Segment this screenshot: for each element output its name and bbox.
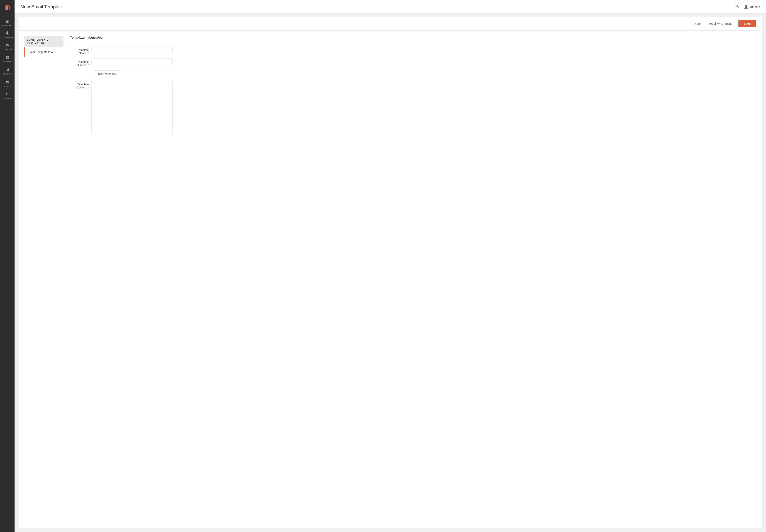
preview-label: Preview Template	[709, 22, 732, 25]
svg-rect-5	[7, 57, 9, 59]
sidebar: ⊞ DASHBOARD CUSTOMERS MARKETING CONTENT	[0, 0, 15, 532]
template-content-input[interactable]	[91, 81, 172, 134]
template-subject-required: *	[88, 63, 89, 67]
svg-rect-8	[8, 69, 9, 71]
magento-logo-icon	[3, 4, 11, 12]
template-name-label: Template Name *	[70, 47, 91, 55]
insert-variable-container: Insert Variable...	[70, 71, 757, 81]
dashboard-icon: ⊞	[6, 19, 9, 23]
marketing-icon	[5, 43, 9, 48]
sidebar-item-stores-label: STORES	[4, 85, 11, 87]
sidebar-item-dashboard-label: DASHBOARD	[1, 24, 13, 26]
insert-variable-label: Insert Variable...	[97, 72, 117, 75]
sidebar-item-content[interactable]: CONTENT	[0, 53, 15, 65]
preview-template-button[interactable]: Preview Template	[707, 21, 734, 27]
template-subject-input[interactable]	[91, 59, 172, 65]
sidebar-nav: ⊞ DASHBOARD CUSTOMERS MARKETING CONTENT	[0, 17, 15, 101]
search-button[interactable]	[734, 3, 740, 10]
svg-rect-6	[6, 70, 6, 71]
sidebar-item-customers-label: CUSTOMERS	[1, 37, 13, 38]
template-name-row: Template Name *	[70, 47, 757, 55]
form-area: Template Information Template Name * Tem…	[70, 36, 757, 138]
sidebar-item-system-label: SYSTEM	[4, 97, 11, 99]
system-icon	[5, 92, 9, 96]
form-section-title: Template Information	[70, 36, 757, 42]
stores-icon	[5, 80, 9, 84]
template-content-label: Template Content *	[70, 81, 91, 89]
sidebar-item-content-label: CONTENT	[3, 61, 12, 63]
reports-icon	[5, 68, 9, 72]
steps-panel: EMAIL TEMPLATE INFORMATION Email Templat…	[24, 36, 63, 138]
insert-variable-button[interactable]: Insert Variable...	[94, 71, 121, 77]
step-item-label: Email Template Info	[28, 50, 53, 54]
save-button[interactable]: Save	[738, 20, 756, 27]
user-icon	[744, 5, 748, 9]
toolbar: ← Back Preview Template Save	[19, 17, 762, 31]
template-content-required: *	[88, 86, 89, 89]
page-content-area: EMAIL TEMPLATE INFORMATION Email Templat…	[19, 31, 762, 528]
svg-rect-2	[6, 56, 7, 57]
save-label: Save	[744, 22, 751, 25]
user-name: admin	[750, 5, 758, 9]
search-icon	[735, 4, 739, 8]
sidebar-logo	[0, 0, 15, 15]
step-item-email-template-info[interactable]: Email Template Info	[24, 47, 63, 57]
svg-marker-1	[6, 6, 8, 10]
sidebar-item-customers[interactable]: CUSTOMERS	[0, 28, 15, 41]
back-button[interactable]: ← Back	[688, 21, 703, 27]
template-subject-label: Template Subject *	[70, 59, 91, 67]
sidebar-item-stores[interactable]: STORES	[0, 77, 15, 89]
sidebar-item-marketing-label: MARKETING	[2, 49, 13, 51]
template-name-required: *	[88, 51, 89, 55]
sidebar-item-marketing[interactable]: MARKETING	[0, 41, 15, 53]
customers-icon	[5, 31, 9, 35]
svg-rect-7	[7, 69, 8, 71]
template-name-input[interactable]	[91, 47, 172, 53]
header-actions: admin ▾	[734, 3, 760, 10]
back-label: Back	[695, 22, 701, 25]
template-content-row: Template Content *	[70, 81, 757, 134]
svg-rect-4	[6, 57, 7, 59]
sidebar-item-reports[interactable]: REPORTS	[0, 65, 15, 77]
content-layout: EMAIL TEMPLATE INFORMATION Email Templat…	[24, 36, 757, 138]
sidebar-item-system[interactable]: SYSTEM	[0, 89, 15, 101]
content-icon	[5, 55, 9, 60]
sidebar-item-dashboard[interactable]: ⊞ DASHBOARD	[0, 17, 15, 28]
svg-rect-3	[7, 56, 9, 57]
back-arrow-icon: ←	[690, 22, 693, 26]
header: New Email Template admin ▾	[15, 0, 766, 14]
page-title: New Email Template	[21, 4, 63, 10]
template-subject-row: Template Subject *	[70, 59, 757, 67]
user-menu[interactable]: admin ▾	[744, 5, 760, 9]
sidebar-item-reports-label: REPORTS	[3, 73, 12, 75]
user-caret-icon: ▾	[759, 6, 760, 8]
steps-section-header: EMAIL TEMPLATE INFORMATION	[24, 36, 63, 47]
main-content: New Email Template admin ▾ ← Back Previe…	[15, 0, 766, 532]
